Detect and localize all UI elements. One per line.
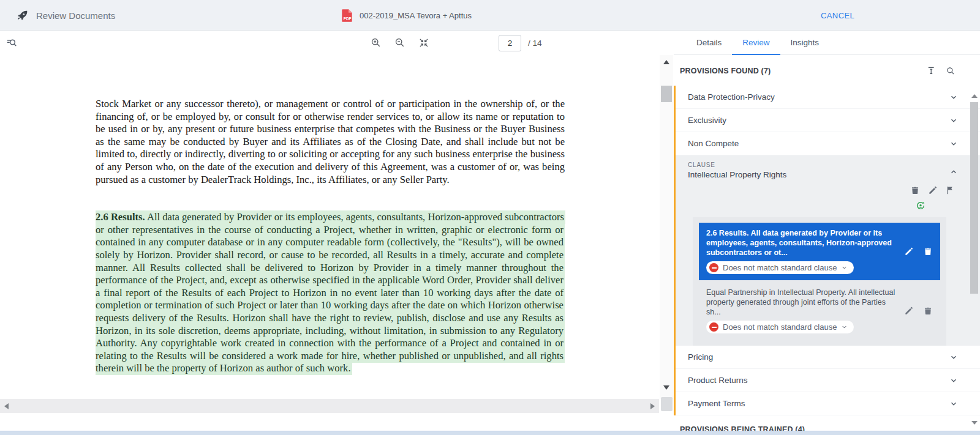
- page-total-label: / 14: [528, 39, 542, 48]
- clause-number: 2.6 Results.: [96, 211, 145, 223]
- paragraph: Stock Market or any successor thereto), …: [96, 98, 565, 186]
- pdf-file-icon: PDF: [341, 9, 353, 23]
- train-clause-icon[interactable]: [915, 200, 926, 211]
- clause-card-text: Equal Partnership in Intellectual Proper…: [706, 288, 898, 317]
- train-row: [676, 195, 980, 212]
- find-panel-toggle-button[interactable]: [6, 37, 17, 48]
- chevron-down-icon: [949, 353, 958, 362]
- provision-item-exclusivity[interactable]: Exclusivity: [676, 109, 980, 132]
- app-header: Review Documents: [16, 0, 115, 31]
- provisions-found-title: PROVISIONS FOUND (7): [680, 67, 771, 75]
- cancel-button[interactable]: CANCEL: [821, 0, 854, 31]
- chevron-down-icon: [949, 400, 958, 408]
- document-vertical-scrollbar[interactable]: [660, 55, 673, 399]
- tab-details[interactable]: Details: [686, 31, 732, 54]
- chevron-down-icon: [949, 376, 958, 385]
- provision-label: Non Compete: [688, 139, 739, 148]
- document-title: PDF 002-2019_MSA Tevora + Apttus: [341, 0, 472, 31]
- fit-to-screen-button[interactable]: [418, 37, 429, 48]
- scrollbar-thumb[interactable]: [970, 102, 978, 294]
- clause-status-dropdown[interactable]: Does not match standard clause: [706, 321, 854, 333]
- provision-item-pricing[interactable]: Pricing: [676, 346, 980, 369]
- tab-review[interactable]: Review: [732, 31, 780, 54]
- delete-clause-button[interactable]: [910, 185, 920, 195]
- svg-text:PDF: PDF: [344, 17, 352, 21]
- clause-card-text: 2.6 Results. All data generated by Provi…: [706, 228, 898, 258]
- scrollbar-corner: [661, 397, 673, 411]
- clause-card-selected[interactable]: 2.6 Results. All data generated by Provi…: [699, 223, 940, 280]
- scrollbar-thumb[interactable]: [661, 86, 672, 102]
- delete-card-button[interactable]: [923, 306, 933, 316]
- panel-vertical-scrollbar[interactable]: [970, 92, 979, 426]
- clause-cards: 2.6 Results. All data generated by Provi…: [693, 217, 946, 346]
- provision-label: Product Returns: [688, 376, 748, 385]
- scroll-right-arrow[interactable]: [650, 403, 655, 409]
- chevron-down-icon: [841, 264, 848, 271]
- chevron-down-icon: [949, 139, 958, 148]
- highlighted-clause-paragraph[interactable]: 2.6 Results. All data generated by Provi…: [96, 211, 565, 375]
- provisions-list: Data Protection-Privacy Exclusivity Non …: [674, 86, 980, 415]
- document-text: Stock Market or any successor thereto), …: [96, 98, 565, 375]
- edit-card-button[interactable]: [904, 247, 914, 256]
- chevron-up-icon: [949, 168, 958, 176]
- chevron-down-icon: [841, 324, 848, 330]
- provision-item-payment-terms[interactable]: Payment Terms: [676, 392, 980, 415]
- tab-insights[interactable]: Insights: [780, 31, 830, 54]
- scroll-down-arrow[interactable]: [971, 421, 978, 425]
- window-bottom-edge: [0, 431, 980, 435]
- chevron-down-icon: [949, 116, 958, 125]
- clause-header[interactable]: CLAUSE Intellectual Property Rights: [676, 160, 980, 180]
- file-name: 002-2019_MSA Tevora + Apttus: [360, 11, 472, 20]
- delete-card-button[interactable]: [923, 247, 933, 256]
- clause-name: Intellectual Property Rights: [688, 170, 958, 179]
- provision-label: Pricing: [688, 352, 713, 362]
- horizontal-scrollbar[interactable]: [0, 399, 659, 413]
- collapse-all-icon[interactable]: [927, 66, 937, 76]
- minus-circle-icon: [709, 322, 718, 332]
- top-bar: Review Documents PDF 002-2019_MSA Tevora…: [0, 0, 980, 31]
- zoom-out-button[interactable]: [394, 37, 405, 48]
- edit-clause-button[interactable]: [928, 185, 938, 195]
- search-icon[interactable]: [946, 66, 956, 76]
- rocket-icon: [16, 9, 29, 22]
- scroll-up-arrow[interactable]: [663, 60, 669, 64]
- scroll-left-arrow[interactable]: [4, 403, 9, 409]
- edit-card-button[interactable]: [904, 306, 914, 316]
- provision-item-product-returns[interactable]: Product Returns: [676, 369, 980, 392]
- viewer-toolbar: / 14: [371, 31, 542, 55]
- provision-label: Data Protection-Privacy: [688, 92, 775, 102]
- provisions-found-header: PROVISIONS FOUND (7): [674, 55, 980, 86]
- clause-status-label: Does not match standard clause: [723, 322, 837, 332]
- zoom-in-button[interactable]: [371, 37, 382, 48]
- clause-text: All data generated by Provider or its em…: [96, 211, 564, 374]
- review-documents-screen: Review Documents PDF 002-2019_MSA Tevora…: [0, 0, 980, 435]
- clause-actions: [676, 180, 980, 195]
- clause-status-label: Does not match standard clause: [723, 263, 837, 272]
- provision-item-non-compete[interactable]: Non Compete: [676, 132, 980, 155]
- provision-label: Exclusivity: [688, 116, 726, 125]
- clause-status-dropdown[interactable]: Does not match standard clause: [706, 261, 854, 274]
- flag-clause-button[interactable]: [946, 185, 956, 195]
- minus-circle-icon: [709, 263, 718, 272]
- page-title: Review Documents: [36, 10, 115, 21]
- provision-expanded-intellectual-property-rights: CLAUSE Intellectual Property Rights: [676, 155, 980, 346]
- scroll-up-arrow[interactable]: [971, 94, 978, 98]
- pdf-page: Stock Market or any successor thereto), …: [0, 55, 659, 399]
- page-number-input[interactable]: [499, 35, 521, 51]
- clause-type-label: CLAUSE: [688, 162, 958, 168]
- clause-card[interactable]: Equal Partnership in Intellectual Proper…: [699, 280, 940, 340]
- provision-item-data-protection-privacy[interactable]: Data Protection-Privacy: [676, 86, 980, 109]
- chevron-down-icon: [949, 93, 958, 102]
- provision-label: Payment Terms: [688, 399, 745, 408]
- review-panel: Details Review Insights PROVISIONS FOUND…: [674, 31, 980, 435]
- scroll-down-arrow[interactable]: [663, 385, 669, 390]
- panel-tabs: Details Review Insights: [674, 31, 980, 55]
